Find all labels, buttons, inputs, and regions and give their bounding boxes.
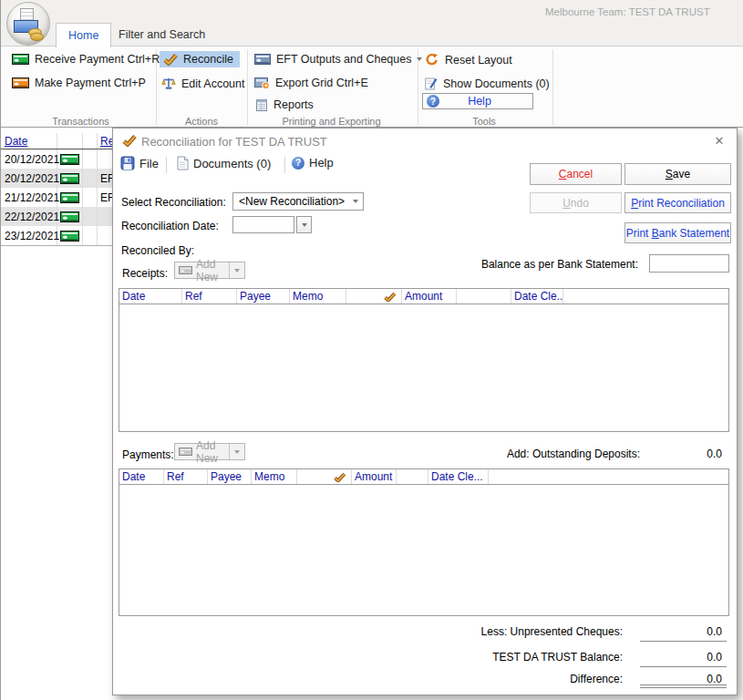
receipts-table-body[interactable]	[119, 304, 728, 432]
reconciliation-date-input[interactable]	[232, 216, 294, 233]
add-new-dropdown-arrow[interactable]	[229, 444, 244, 459]
trust-balance-value: 0.0	[631, 651, 722, 664]
unpresented-cheques-label: Less: Unpresented Cheques:	[481, 625, 623, 638]
ribbon: Receive Payment Ctrl+R Make Payment Ctrl…	[1, 46, 743, 128]
make-payment-button[interactable]: Make Payment Ctrl+P	[12, 77, 146, 89]
col-amount[interactable]: Amount	[352, 469, 397, 484]
col-memo[interactable]: Memo	[252, 469, 297, 484]
col-date-cleared[interactable]: Date Cle...	[428, 469, 489, 484]
col-cleared[interactable]	[346, 289, 402, 304]
cancel-button[interactable]: Cancel	[530, 163, 622, 185]
close-icon[interactable]: ✕	[710, 132, 728, 149]
document-pen-icon	[425, 77, 438, 90]
orb-coin-icon	[30, 33, 44, 41]
reconciliation-date-dropdown-button[interactable]	[296, 216, 312, 233]
file-menu-button[interactable]: File	[120, 156, 159, 170]
receive-payment-button[interactable]: Receive Payment Ctrl+R	[12, 53, 160, 66]
cheque-green-icon	[57, 149, 83, 169]
grid-header-ref[interactable]: Re	[98, 133, 112, 149]
reconcile-check-icon	[122, 134, 137, 147]
grid-header-blank-col[interactable]	[83, 133, 98, 149]
receipts-add-new-button[interactable]: Add New	[174, 262, 245, 279]
undo-button[interactable]: Undo	[530, 192, 622, 213]
group-separator	[247, 49, 248, 125]
payments-table-header: Date Ref Payee Memo Amount Date Cle...	[119, 469, 728, 485]
ribbon-tab-bar: Home Filter and Search	[1, 23, 743, 46]
reconcile-button[interactable]: Reconcile	[160, 51, 240, 67]
cheque-green-icon	[57, 226, 83, 245]
scales-icon	[161, 77, 176, 90]
outstanding-deposits-value: 0.0	[631, 448, 722, 460]
print-reconciliation-button[interactable]: Print Reconciliation	[624, 192, 731, 213]
payments-table-body[interactable]	[119, 485, 728, 616]
col-ref[interactable]: Ref	[164, 469, 208, 484]
col-ref[interactable]: Ref	[182, 289, 237, 304]
cleared-check-icon	[334, 472, 346, 482]
add-new-dropdown-arrow[interactable]	[229, 262, 244, 278]
grid-header-icon-col[interactable]	[57, 133, 83, 149]
receipts-label: Receipts:	[122, 267, 168, 280]
payments-table: Date Ref Payee Memo Amount Date Cle...	[119, 468, 729, 616]
col-blank[interactable]	[457, 289, 511, 304]
payments-add-new-button[interactable]: Add New	[174, 443, 245, 460]
receipts-table: Date Ref Payee Memo Amount Date Cle...	[119, 288, 729, 432]
col-filler	[563, 289, 728, 304]
col-payee[interactable]: Payee	[208, 469, 252, 484]
eft-outputs-and-cheques-button[interactable]: EFT Outputs and Cheques	[254, 53, 422, 66]
transaction-row[interactable]: 21/12/2021 EF	[1, 188, 112, 207]
col-date[interactable]: Date	[119, 469, 164, 484]
col-payee[interactable]: Payee	[237, 289, 290, 304]
group-label-printing-exporting: Printing and Exporting	[261, 116, 402, 127]
group-label-transactions: Transactions	[19, 116, 142, 127]
transaction-row[interactable]: 20/12/2021	[1, 149, 112, 169]
summary-divider	[640, 666, 727, 667]
export-grid-button[interactable]: Export Grid Ctrl+E	[254, 77, 368, 89]
col-filler	[489, 469, 728, 484]
cheque-gray-icon	[179, 448, 192, 456]
cleared-check-icon	[384, 292, 396, 302]
cheque-gray-icon	[179, 266, 192, 274]
receipts-table-header: Date Ref Payee Memo Amount Date Cle...	[119, 289, 728, 304]
col-memo[interactable]: Memo	[290, 289, 346, 304]
app-menu-orb[interactable]	[6, 2, 50, 46]
cheque-green-icon	[12, 54, 29, 65]
group-label-tools: Tools	[439, 116, 530, 127]
transaction-row[interactable]: 20/12/2021 EF	[1, 169, 112, 188]
col-amount[interactable]: Amount	[402, 289, 457, 304]
reports-button[interactable]: Reports	[256, 98, 314, 111]
transactions-grid: Date Re 20/12/2021 20/12/2021 EF 21/12/2…	[1, 133, 112, 246]
reconciled-by-label: Reconciled By:	[121, 244, 194, 257]
bank-statement-balance-input[interactable]	[649, 254, 729, 273]
col-blank[interactable]	[397, 469, 428, 484]
documents-button[interactable]: Documents (0)	[177, 156, 271, 170]
grid-header-date[interactable]: Date	[1, 133, 57, 149]
dropdown-caret-icon	[302, 223, 307, 227]
col-cleared[interactable]	[297, 469, 352, 484]
reconciliation-dialog: Reconciliation for TEST DA TRUST ✕ File …	[112, 128, 738, 695]
group-label-actions: Actions	[160, 116, 243, 127]
cheque-green-icon	[57, 169, 83, 188]
window-title: Melbourne Team: TEST DA TRUST	[545, 6, 710, 17]
summary-double-divider	[640, 685, 727, 688]
outstanding-deposits-label: Add: Outstanding Deposits:	[507, 448, 640, 460]
toolbar-separator	[284, 157, 285, 173]
col-date-cleared[interactable]: Date Cle...	[511, 289, 563, 304]
tab-home[interactable]: Home	[56, 23, 111, 47]
reset-layout-button[interactable]: Reset Layout	[425, 53, 512, 67]
show-documents-button[interactable]: Show Documents (0)	[425, 77, 550, 90]
save-button[interactable]: Save	[624, 163, 731, 185]
tab-filter-and-search[interactable]: Filter and Search	[107, 23, 217, 46]
print-bank-statement-button[interactable]: Print Bank Statement	[624, 222, 731, 243]
col-date[interactable]: Date	[119, 289, 182, 304]
edit-account-button[interactable]: Edit Account	[161, 77, 245, 90]
reconciliation-date-label: Reconciliation Date:	[121, 220, 219, 232]
dialog-help-button[interactable]: ? Help	[292, 156, 334, 170]
transaction-row[interactable]: 22/12/2021	[1, 207, 112, 226]
transaction-row[interactable]: 23/12/2021	[1, 226, 112, 245]
ribbon-help-button[interactable]: ? Help	[422, 93, 533, 109]
summary-divider	[640, 641, 727, 642]
select-reconciliation-dropdown[interactable]: <New Reconciliation>	[232, 192, 364, 211]
group-separator	[552, 49, 553, 125]
help-icon: ?	[292, 157, 304, 170]
check-amber-icon	[163, 53, 178, 66]
